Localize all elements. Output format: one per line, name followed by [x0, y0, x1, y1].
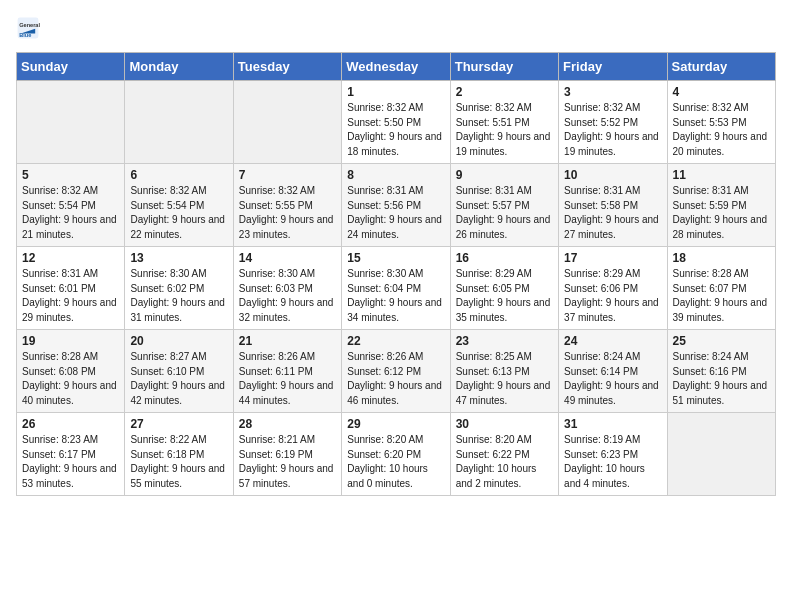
day-number: 19 [22, 334, 119, 348]
day-number: 28 [239, 417, 336, 431]
svg-text:Blue: Blue [19, 32, 31, 38]
calendar-cell: 3 Sunrise: 8:32 AMSunset: 5:52 PMDayligh… [559, 81, 667, 164]
calendar-cell: 15 Sunrise: 8:30 AMSunset: 6:04 PMDaylig… [342, 247, 450, 330]
calendar-cell: 26 Sunrise: 8:23 AMSunset: 6:17 PMDaylig… [17, 413, 125, 496]
day-number: 23 [456, 334, 553, 348]
day-info: Sunrise: 8:31 AMSunset: 5:59 PMDaylight:… [673, 184, 770, 242]
day-info: Sunrise: 8:31 AMSunset: 5:58 PMDaylight:… [564, 184, 661, 242]
calendar-cell: 29 Sunrise: 8:20 AMSunset: 6:20 PMDaylig… [342, 413, 450, 496]
day-of-week-header: Saturday [667, 53, 775, 81]
calendar-cell [125, 81, 233, 164]
day-info: Sunrise: 8:23 AMSunset: 6:17 PMDaylight:… [22, 433, 119, 491]
day-number: 13 [130, 251, 227, 265]
day-info: Sunrise: 8:24 AMSunset: 6:16 PMDaylight:… [673, 350, 770, 408]
calendar-cell: 7 Sunrise: 8:32 AMSunset: 5:55 PMDayligh… [233, 164, 341, 247]
day-number: 24 [564, 334, 661, 348]
day-info: Sunrise: 8:20 AMSunset: 6:22 PMDaylight:… [456, 433, 553, 491]
day-of-week-header: Sunday [17, 53, 125, 81]
calendar-cell: 27 Sunrise: 8:22 AMSunset: 6:18 PMDaylig… [125, 413, 233, 496]
day-info: Sunrise: 8:24 AMSunset: 6:14 PMDaylight:… [564, 350, 661, 408]
day-number: 4 [673, 85, 770, 99]
day-info: Sunrise: 8:26 AMSunset: 6:12 PMDaylight:… [347, 350, 444, 408]
calendar-week-row: 19 Sunrise: 8:28 AMSunset: 6:08 PMDaylig… [17, 330, 776, 413]
calendar-week-row: 12 Sunrise: 8:31 AMSunset: 6:01 PMDaylig… [17, 247, 776, 330]
day-number: 14 [239, 251, 336, 265]
day-info: Sunrise: 8:20 AMSunset: 6:20 PMDaylight:… [347, 433, 444, 491]
calendar-cell: 14 Sunrise: 8:30 AMSunset: 6:03 PMDaylig… [233, 247, 341, 330]
day-info: Sunrise: 8:32 AMSunset: 5:54 PMDaylight:… [22, 184, 119, 242]
day-info: Sunrise: 8:21 AMSunset: 6:19 PMDaylight:… [239, 433, 336, 491]
logo: General Blue [16, 16, 44, 40]
calendar-table: SundayMondayTuesdayWednesdayThursdayFrid… [16, 52, 776, 496]
calendar-cell: 5 Sunrise: 8:32 AMSunset: 5:54 PMDayligh… [17, 164, 125, 247]
day-number: 18 [673, 251, 770, 265]
calendar-cell: 20 Sunrise: 8:27 AMSunset: 6:10 PMDaylig… [125, 330, 233, 413]
day-number: 26 [22, 417, 119, 431]
day-info: Sunrise: 8:25 AMSunset: 6:13 PMDaylight:… [456, 350, 553, 408]
calendar-cell: 30 Sunrise: 8:20 AMSunset: 6:22 PMDaylig… [450, 413, 558, 496]
day-number: 2 [456, 85, 553, 99]
calendar-cell: 22 Sunrise: 8:26 AMSunset: 6:12 PMDaylig… [342, 330, 450, 413]
day-number: 30 [456, 417, 553, 431]
day-number: 9 [456, 168, 553, 182]
day-info: Sunrise: 8:31 AMSunset: 5:56 PMDaylight:… [347, 184, 444, 242]
day-of-week-header: Thursday [450, 53, 558, 81]
calendar-cell: 12 Sunrise: 8:31 AMSunset: 6:01 PMDaylig… [17, 247, 125, 330]
day-number: 21 [239, 334, 336, 348]
day-info: Sunrise: 8:26 AMSunset: 6:11 PMDaylight:… [239, 350, 336, 408]
calendar-cell: 24 Sunrise: 8:24 AMSunset: 6:14 PMDaylig… [559, 330, 667, 413]
calendar-cell: 28 Sunrise: 8:21 AMSunset: 6:19 PMDaylig… [233, 413, 341, 496]
day-info: Sunrise: 8:32 AMSunset: 5:55 PMDaylight:… [239, 184, 336, 242]
calendar-cell: 23 Sunrise: 8:25 AMSunset: 6:13 PMDaylig… [450, 330, 558, 413]
calendar-cell: 17 Sunrise: 8:29 AMSunset: 6:06 PMDaylig… [559, 247, 667, 330]
day-info: Sunrise: 8:31 AMSunset: 6:01 PMDaylight:… [22, 267, 119, 325]
day-number: 31 [564, 417, 661, 431]
day-number: 29 [347, 417, 444, 431]
day-number: 7 [239, 168, 336, 182]
day-number: 6 [130, 168, 227, 182]
calendar-cell: 6 Sunrise: 8:32 AMSunset: 5:54 PMDayligh… [125, 164, 233, 247]
calendar-cell: 11 Sunrise: 8:31 AMSunset: 5:59 PMDaylig… [667, 164, 775, 247]
day-info: Sunrise: 8:32 AMSunset: 5:53 PMDaylight:… [673, 101, 770, 159]
calendar-cell: 21 Sunrise: 8:26 AMSunset: 6:11 PMDaylig… [233, 330, 341, 413]
day-number: 15 [347, 251, 444, 265]
svg-text:General: General [19, 22, 40, 28]
calendar-cell: 13 Sunrise: 8:30 AMSunset: 6:02 PMDaylig… [125, 247, 233, 330]
calendar-cell: 31 Sunrise: 8:19 AMSunset: 6:23 PMDaylig… [559, 413, 667, 496]
day-number: 27 [130, 417, 227, 431]
day-info: Sunrise: 8:32 AMSunset: 5:52 PMDaylight:… [564, 101, 661, 159]
day-info: Sunrise: 8:31 AMSunset: 5:57 PMDaylight:… [456, 184, 553, 242]
calendar-cell: 9 Sunrise: 8:31 AMSunset: 5:57 PMDayligh… [450, 164, 558, 247]
logo-icon: General Blue [16, 16, 40, 40]
day-number: 17 [564, 251, 661, 265]
day-info: Sunrise: 8:22 AMSunset: 6:18 PMDaylight:… [130, 433, 227, 491]
day-of-week-header: Tuesday [233, 53, 341, 81]
day-info: Sunrise: 8:30 AMSunset: 6:03 PMDaylight:… [239, 267, 336, 325]
day-info: Sunrise: 8:32 AMSunset: 5:51 PMDaylight:… [456, 101, 553, 159]
calendar-week-row: 1 Sunrise: 8:32 AMSunset: 5:50 PMDayligh… [17, 81, 776, 164]
day-info: Sunrise: 8:30 AMSunset: 6:04 PMDaylight:… [347, 267, 444, 325]
day-number: 5 [22, 168, 119, 182]
day-number: 3 [564, 85, 661, 99]
calendar-cell: 16 Sunrise: 8:29 AMSunset: 6:05 PMDaylig… [450, 247, 558, 330]
day-number: 22 [347, 334, 444, 348]
calendar-cell: 18 Sunrise: 8:28 AMSunset: 6:07 PMDaylig… [667, 247, 775, 330]
calendar-cell: 2 Sunrise: 8:32 AMSunset: 5:51 PMDayligh… [450, 81, 558, 164]
day-number: 10 [564, 168, 661, 182]
day-number: 1 [347, 85, 444, 99]
day-info: Sunrise: 8:32 AMSunset: 5:50 PMDaylight:… [347, 101, 444, 159]
day-info: Sunrise: 8:32 AMSunset: 5:54 PMDaylight:… [130, 184, 227, 242]
day-number: 16 [456, 251, 553, 265]
day-number: 11 [673, 168, 770, 182]
calendar-cell: 1 Sunrise: 8:32 AMSunset: 5:50 PMDayligh… [342, 81, 450, 164]
day-info: Sunrise: 8:19 AMSunset: 6:23 PMDaylight:… [564, 433, 661, 491]
calendar-cell [17, 81, 125, 164]
day-info: Sunrise: 8:28 AMSunset: 6:07 PMDaylight:… [673, 267, 770, 325]
day-of-week-header: Wednesday [342, 53, 450, 81]
day-number: 20 [130, 334, 227, 348]
calendar-header-row: SundayMondayTuesdayWednesdayThursdayFrid… [17, 53, 776, 81]
calendar-week-row: 5 Sunrise: 8:32 AMSunset: 5:54 PMDayligh… [17, 164, 776, 247]
calendar-cell: 4 Sunrise: 8:32 AMSunset: 5:53 PMDayligh… [667, 81, 775, 164]
calendar-cell: 10 Sunrise: 8:31 AMSunset: 5:58 PMDaylig… [559, 164, 667, 247]
calendar-cell [667, 413, 775, 496]
